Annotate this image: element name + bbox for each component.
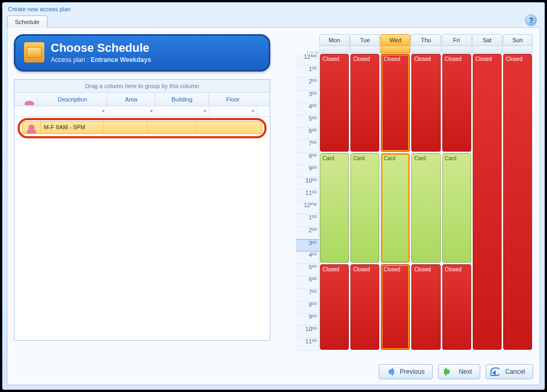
tab-schedule[interactable]: Schedule: [7, 15, 48, 28]
next-button[interactable]: Next: [438, 364, 480, 379]
segment-closed[interactable]: Closed: [442, 54, 471, 152]
time-row: 1100: [296, 190, 319, 202]
segment-closed[interactable]: Closed: [350, 264, 379, 349]
segment-closed[interactable]: Closed: [503, 54, 532, 350]
col-floor[interactable]: Floor: [209, 93, 257, 106]
segment-card[interactable]: Card: [350, 153, 379, 263]
filter-icon[interactable]: [14, 106, 38, 116]
filter-row: :▾ :▾ :▾ :▾: [14, 106, 270, 117]
day-header-sun[interactable]: Sun: [503, 34, 533, 46]
time-row: 800: [296, 301, 319, 313]
time-row: 700: [296, 289, 319, 301]
dialog-window: Create new access plan Schedule ? Choose…: [2, 2, 545, 390]
col-building[interactable]: Building: [155, 93, 209, 106]
day-subheader: [503, 46, 533, 53]
time-row: 400: [296, 103, 319, 115]
time-row: 900: [296, 313, 319, 326]
calendar: Local MonTueWedThuFriSatSun 12AM10020030…: [296, 34, 533, 351]
day-column-wed[interactable]: ClosedCardClosed: [380, 53, 410, 351]
filter-funnel-icon[interactable]: ▾: [150, 108, 153, 114]
time-row: 1100: [296, 338, 319, 350]
cancel-button[interactable]: Cancel: [486, 364, 533, 379]
col-description[interactable]: Description: [38, 93, 107, 106]
segment-closed[interactable]: Closed: [442, 264, 471, 349]
filter-funnel-icon[interactable]: ▾: [102, 108, 105, 114]
day-column-sun[interactable]: Closed: [503, 53, 533, 351]
undo-icon: [490, 367, 501, 376]
segment-closed[interactable]: Closed: [381, 54, 410, 152]
time-row: 100: [296, 66, 319, 78]
day-column-thu[interactable]: ClosedCardClosed: [411, 53, 441, 351]
time-row: 12PM: [296, 202, 319, 214]
filter-building[interactable]: :▾: [155, 106, 209, 116]
segment-closed[interactable]: Closed: [320, 264, 349, 349]
day-header-wed[interactable]: Wed: [380, 34, 410, 46]
segment-closed[interactable]: Closed: [411, 264, 440, 349]
day-header-tue[interactable]: Tue: [350, 34, 380, 46]
right-pane: Local MonTueWedThuFriSatSun 12AM10020030…: [296, 34, 533, 379]
window-title: Create new access plan: [3, 3, 544, 15]
time-row: 800: [296, 153, 319, 165]
row-description: M-F 8AM - 5PM: [41, 122, 104, 134]
content-panel: Choose Schedule Access plan : Entrance W…: [7, 27, 540, 385]
day-subheader: [442, 46, 472, 53]
day-column-fri[interactable]: ClosedCardClosed: [442, 53, 472, 351]
segment-closed[interactable]: Closed: [350, 54, 379, 152]
segment-card[interactable]: Card: [442, 153, 471, 263]
filter-funnel-icon[interactable]: ▾: [252, 108, 254, 114]
help-icon[interactable]: ?: [525, 14, 537, 26]
col-area[interactable]: Area: [107, 93, 155, 106]
segment-closed[interactable]: Closed: [411, 54, 440, 152]
table-row[interactable]: M-F 8AM - 5PM: [22, 121, 262, 134]
previous-button[interactable]: Previous: [379, 364, 433, 379]
day-header-fri[interactable]: Fri: [442, 34, 472, 46]
filter-area[interactable]: :▾: [107, 106, 155, 116]
person-icon: [28, 124, 35, 131]
time-row: 900: [296, 165, 319, 177]
segment-closed[interactable]: Closed: [320, 54, 349, 152]
time-row: 1000: [296, 326, 319, 338]
filter-description[interactable]: :▾: [38, 106, 107, 116]
day-column-mon[interactable]: ClosedCardClosed: [319, 53, 349, 351]
calendar-body: 12AM100200300400500600700800900100011001…: [296, 53, 533, 351]
wizard-buttons: Previous Next Cancel: [379, 364, 533, 379]
time-row: 300: [296, 239, 319, 252]
header-text: Choose Schedule Access plan : Entrance W…: [51, 41, 151, 64]
grid-header: Description Area Building Floor: [14, 93, 270, 106]
folder-icon: [24, 42, 44, 62]
arrow-right-icon: [443, 367, 455, 376]
time-row: 100: [296, 214, 319, 226]
time-row: 12AM: [296, 53, 319, 66]
segment-closed[interactable]: Closed: [381, 264, 410, 349]
calendar-day-subheader: [319, 46, 533, 53]
time-row: 600: [296, 276, 319, 288]
col-icon[interactable]: [14, 93, 38, 106]
segment-card[interactable]: Card: [411, 153, 440, 263]
day-subheader: [380, 46, 410, 53]
time-column: 12AM100200300400500600700800900100011001…: [296, 53, 319, 351]
day-subheader: [319, 46, 349, 53]
selection-highlight: M-F 8AM - 5PM: [18, 118, 267, 138]
segment-card[interactable]: Card: [320, 153, 349, 263]
day-columns: ClosedCardClosedClosedCardClosedClosedCa…: [319, 53, 533, 351]
day-subheader: [350, 46, 380, 53]
day-subheader: [411, 46, 441, 53]
segment-card[interactable]: Card: [381, 153, 410, 263]
filter-floor[interactable]: :▾: [209, 106, 257, 116]
arrow-left-icon: [384, 367, 395, 376]
time-row: 1000: [296, 177, 319, 190]
day-column-sat[interactable]: Closed: [472, 53, 502, 351]
day-header-mon[interactable]: Mon: [319, 34, 349, 46]
segment-closed[interactable]: Closed: [473, 54, 502, 350]
group-by-hint[interactable]: Drag a column here to group by this colu…: [14, 80, 270, 93]
day-header-thu[interactable]: Thu: [411, 34, 441, 46]
time-row: 300: [296, 91, 319, 103]
time-row: 500: [296, 115, 319, 128]
page-title: Choose Schedule: [51, 41, 151, 55]
filter-funnel-icon[interactable]: ▾: [204, 108, 206, 114]
day-column-tue[interactable]: ClosedCardClosed: [350, 53, 380, 351]
time-row: 600: [296, 128, 319, 140]
page-subtitle: Access plan : Entrance Weekdays: [51, 56, 151, 64]
day-header-sat[interactable]: Sat: [472, 34, 502, 46]
time-row: 400: [296, 252, 319, 264]
